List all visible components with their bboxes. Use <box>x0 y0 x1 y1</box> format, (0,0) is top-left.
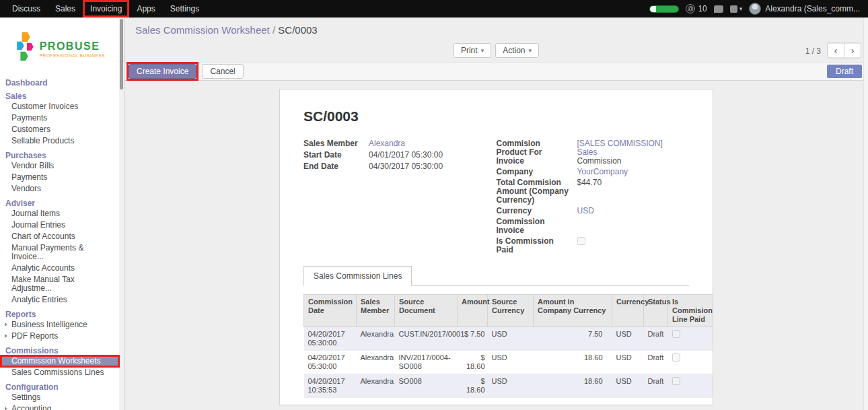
cancel-button[interactable]: Cancel <box>202 64 243 79</box>
breadcrumb-separator: / <box>273 24 275 36</box>
sidebar-item-analytic-accounts[interactable]: Analytic Accounts <box>0 263 120 274</box>
currency-link[interactable]: USD <box>577 207 594 215</box>
sidebar-item-commission-worksheets[interactable]: Commission Worksheets <box>0 355 120 367</box>
tab-sales-commission-lines[interactable]: Sales Commission Lines <box>303 266 412 286</box>
col-sales-member[interactable]: Sales Member <box>357 295 395 327</box>
sidebar-item-sales-commissions-lines[interactable]: Sales Commissions Lines <box>0 367 120 378</box>
nav-apps[interactable]: Apps <box>129 0 162 18</box>
form-sheet: SC/0003 Sales Member Alexandra Start Dat… <box>279 89 713 405</box>
sidebar-item-journal-entries[interactable]: Journal Entries <box>0 219 120 231</box>
field-commission-invoice: Commission Invoice <box>497 217 678 235</box>
line-paid-checkbox[interactable] <box>672 330 680 338</box>
col-source-document[interactable]: Source Document <box>395 295 458 327</box>
avatar <box>749 3 761 15</box>
pager: 1 / 3 <box>805 43 861 59</box>
action-dropdown-button[interactable]: Action <box>495 43 539 58</box>
sidebar-item-sellable-products[interactable]: Sellable Products <box>0 135 120 147</box>
sidebar-item-payments-purchase[interactable]: Payments <box>0 172 120 183</box>
sidebar-section-commissions[interactable]: Commissions <box>0 342 120 355</box>
create-invoice-button[interactable]: Create Invoice <box>129 64 196 79</box>
print-dropdown-button[interactable]: Print <box>454 43 491 58</box>
table-row[interactable]: 04/20/2017 05:30:00 Alexandra INV/2017/0… <box>304 351 714 374</box>
activity-counter[interactable]: 10 <box>686 4 707 13</box>
sidebar-item-journal-items[interactable]: Journal Items <box>0 208 120 219</box>
sidebar-scrollbar[interactable] <box>119 18 124 410</box>
nav-discuss[interactable]: Discuss <box>5 0 48 18</box>
sidebar-item-analytic-entries[interactable]: Analytic Entries <box>0 294 120 306</box>
notebook: Sales Commission Lines Commission Date S… <box>303 266 689 405</box>
debug-menu[interactable] <box>730 5 743 13</box>
expand-arrow-icon <box>5 322 7 327</box>
sidebar-item-vendors[interactable]: Vendors <box>0 183 120 195</box>
col-currency[interactable]: Currency <box>612 295 644 327</box>
col-commission-date[interactable]: Commission Date <box>304 295 357 327</box>
sidebar-item-manual-payments[interactable]: Manual Payments & Invoice... <box>0 242 120 263</box>
col-amount-company-currency[interactable]: Amount in Company Currency <box>534 295 612 327</box>
sidebar-item-accounting[interactable]: Accounting <box>0 403 120 410</box>
expand-arrow-icon <box>5 334 7 338</box>
sales-member-link[interactable]: Alexandra <box>369 139 405 148</box>
col-is-commission-line-paid[interactable]: Is Commision Line Paid <box>668 295 714 327</box>
sidebar-section-reports[interactable]: Reports <box>0 306 120 319</box>
pager-next-button[interactable] <box>844 43 861 59</box>
messages-icon[interactable] <box>714 5 723 13</box>
field-sales-member: Sales Member Alexandra <box>303 139 484 148</box>
sidebar-item-tax-adjustments[interactable]: Make Manual Tax Adjustme... <box>0 274 120 294</box>
debug-icon <box>730 5 737 13</box>
expand-arrow-icon <box>5 407 7 410</box>
usage-gauge-icon <box>649 5 679 13</box>
user-menu[interactable]: Alexandra (Sales_comm... <box>749 3 860 15</box>
sidebar-section-sales[interactable]: Sales <box>0 88 120 101</box>
sidebar-item-business-intelligence[interactable]: Business Intelligence <box>0 319 120 331</box>
top-navbar: Discuss Sales Invoicing Apps Settings 10… <box>0 0 868 18</box>
page-scrollbar[interactable] <box>863 18 868 410</box>
main-content: Sales Commission Worksheet / SC/0003 Pri… <box>124 18 868 410</box>
sidebar-item-payments[interactable]: Payments <box>0 112 120 124</box>
field-commission-product: Commision Product For Invoice [SALES COM… <box>497 139 678 166</box>
probuse-logo: PROBUSE PROFESSIONAL BUSINESS <box>0 18 120 77</box>
logo-text: PROBUSE <box>40 40 106 53</box>
col-source-currency[interactable]: Source Currency <box>488 295 534 327</box>
sidebar-item-settings[interactable]: Settings <box>0 392 120 403</box>
chevron-down-icon <box>739 5 743 12</box>
field-currency: Currency USD <box>497 207 678 215</box>
record-title: SC/0003 <box>303 108 689 125</box>
sidebar-section-purchases[interactable]: Purchases <box>0 147 120 160</box>
chevron-down-icon <box>529 47 532 54</box>
nav-settings[interactable]: Settings <box>163 0 207 18</box>
commission-product-link[interactable]: [SALES COMMISSION] Sales Commission <box>577 139 678 166</box>
pager-previous-button[interactable] <box>827 43 844 59</box>
breadcrumb-parent-link[interactable]: Sales Commission Worksheet <box>135 24 270 36</box>
commission-lines-table: Commission Date Sales Member Source Docu… <box>303 294 713 398</box>
at-icon <box>686 4 695 13</box>
pager-counter: 1 / 3 <box>805 46 821 55</box>
control-panel: Print Action 1 / 3 <box>124 39 868 62</box>
field-start-date: Start Date 04/01/2017 05:30:00 <box>303 151 484 160</box>
table-row[interactable]: 04/20/2017 10:35:53 Alexandra SO008 $ 18… <box>304 374 714 398</box>
table-row[interactable]: 04/20/2017 05:30:00 Alexandra CUST.IN/20… <box>304 327 714 351</box>
is-commission-paid-checkbox[interactable] <box>577 237 585 245</box>
company-link[interactable]: YourCompany <box>577 168 628 176</box>
form-header-bar: Create Invoice Cancel Draft <box>124 62 868 81</box>
sidebar-item-dashboard[interactable]: Dashboard <box>0 77 120 88</box>
sidebar-section-adviser[interactable]: Adviser <box>0 195 120 208</box>
sidebar-item-customer-invoices[interactable]: Customer Invoices <box>0 101 120 112</box>
field-end-date: End Date 04/30/2017 05:30:00 <box>303 162 484 171</box>
sidebar-section-configuration[interactable]: Configuration <box>0 378 120 392</box>
field-groups: Sales Member Alexandra Start Date 04/01/… <box>303 139 689 257</box>
sidebar-item-chart-of-accounts[interactable]: Chart of Accounts <box>0 231 120 242</box>
line-paid-checkbox[interactable] <box>672 353 680 362</box>
col-amount[interactable]: Amount <box>458 295 488 327</box>
sidebar-item-vendor-bills[interactable]: Vendor Bills <box>0 160 120 172</box>
scrollbar-thumb[interactable] <box>120 19 123 90</box>
sidebar: PROBUSE PROFESSIONAL BUSINESS Dashboard … <box>0 18 124 410</box>
topbar-right: 10 Alexandra (Sales_comm... <box>649 0 868 18</box>
status-badge-draft[interactable]: Draft <box>827 65 862 78</box>
line-paid-checkbox[interactable] <box>672 377 680 385</box>
nav-invoicing[interactable]: Invoicing <box>83 0 129 18</box>
breadcrumb: Sales Commission Worksheet / SC/0003 <box>135 24 868 36</box>
nav-sales[interactable]: Sales <box>48 0 83 18</box>
sidebar-item-pdf-reports[interactable]: PDF Reports <box>0 331 120 342</box>
sidebar-item-customers[interactable]: Customers <box>0 124 120 135</box>
table-header-row: Commission Date Sales Member Source Docu… <box>304 295 714 327</box>
